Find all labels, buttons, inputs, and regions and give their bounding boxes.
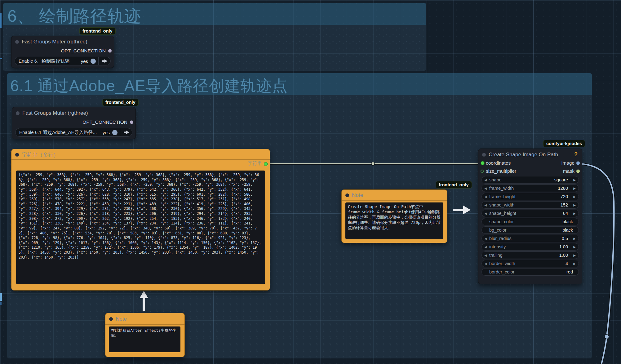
decrement-arrow-icon[interactable]: ◀ xyxy=(482,178,489,182)
string-text-area[interactable]: [{"x": -259, "y": 368}, {"x": -259, "y":… xyxy=(16,171,265,284)
increment-arrow-icon[interactable]: ▶ xyxy=(570,195,579,198)
widget-frame-width[interactable]: ◀ frame_width 1280 ▶ xyxy=(481,184,579,192)
increment-arrow-icon[interactable]: ▶ xyxy=(570,254,579,257)
node-collapse-dot[interactable] xyxy=(345,193,349,197)
offscreen-node-fragment xyxy=(0,13,2,28)
input-label: size_multiplier xyxy=(486,168,516,174)
node-note-create-shape[interactable]: Note Create Shape Image On Path节点中 frame… xyxy=(341,189,447,243)
toggle-knob[interactable] xyxy=(112,130,118,135)
node-title: Note xyxy=(352,192,363,198)
wire-reroute-dot[interactable] xyxy=(605,335,609,339)
note-text-area[interactable]: 在此处粘贴After Effects生成的坐标。 xyxy=(109,326,180,352)
node-collapse-dot[interactable] xyxy=(109,317,113,321)
badge-frontend-only: frontend_only xyxy=(436,181,472,189)
node-title: Fast Groups Muter (rgthree) xyxy=(22,110,88,116)
output-row: OPT_CONNECTION xyxy=(12,118,135,126)
group-title: 6、 绘制路径轨迹 xyxy=(7,5,141,28)
output-label: image xyxy=(561,160,574,166)
output-label: OPT_CONNECTION xyxy=(61,48,106,53)
node-create-shape-image-on-path[interactable]: Create Shape Image On Path ? coordinates… xyxy=(478,149,582,284)
widget-label: Enable 6、绘制路径轨迹 xyxy=(15,58,69,64)
increment-arrow-icon[interactable]: ▶ xyxy=(570,237,579,240)
decrement-arrow-icon[interactable]: ◀ xyxy=(482,203,489,207)
widget-value: yes xyxy=(81,59,91,64)
output-label: mask xyxy=(563,168,574,174)
node-collapse-dot[interactable] xyxy=(482,153,486,157)
offscreen-node-fragment xyxy=(0,293,2,301)
decrement-arrow-icon[interactable]: ◀ xyxy=(482,212,489,215)
group-title: 6.1 通过Adobe_AE导入路径创建轨迹点 xyxy=(10,76,288,96)
toggle-knob[interactable] xyxy=(91,59,96,64)
help-icon[interactable]: ? xyxy=(574,151,578,158)
enable-group-widget[interactable]: Enable 6、绘制路径轨迹 yes xyxy=(15,57,111,65)
widget-border-width[interactable]: ◀ border_width 4 ▶ xyxy=(481,260,579,267)
output-row: OPT_CONNECTION xyxy=(11,47,114,55)
node-fast-groups-muter-1[interactable]: Fast Groups Muter (rgthree) OPT_CONNECTI… xyxy=(11,36,114,68)
comfyui-canvas[interactable]: 6、 绘制路径轨迹 6.1 通过Adobe_AE导入路径创建轨迹点 fronte… xyxy=(0,0,621,364)
node-title: Fast Groups Muter (rgthree) xyxy=(22,39,87,45)
enable-group-widget[interactable]: Enable 6.1 通过Adobe_AE导入路径... yes xyxy=(15,128,132,137)
right-arrow-icon xyxy=(123,130,129,135)
offscreen-node-fragment xyxy=(0,302,2,305)
widget-frame-height[interactable]: ◀ frame_height 720 ▶ xyxy=(481,193,579,200)
node-note-paste-coords[interactable]: Note 在此处粘贴After Effects生成的坐标。 xyxy=(105,313,185,357)
goto-group-button[interactable] xyxy=(99,59,110,63)
decrement-arrow-icon[interactable]: ◀ xyxy=(482,245,489,249)
widget-bg-color[interactable]: bg_color black xyxy=(481,226,579,234)
increment-arrow-icon[interactable]: ▶ xyxy=(570,187,579,190)
output-port-mask[interactable] xyxy=(576,170,580,173)
input-port-coordinates[interactable] xyxy=(481,161,485,165)
widget-blur-radius[interactable]: ◀ blur_radius 0.5 ▶ xyxy=(481,235,579,242)
output-port[interactable] xyxy=(108,49,112,53)
decrement-arrow-icon[interactable]: ◀ xyxy=(482,254,489,257)
widget-shape-height[interactable]: ◀ shape_height 64 ▶ xyxy=(481,210,579,217)
io-row: size_multiplier mask xyxy=(478,167,582,175)
badge-frontend-only: frontend_only xyxy=(102,99,139,106)
node-collapse-dot[interactable] xyxy=(15,40,19,44)
string-output-port[interactable] xyxy=(264,162,268,166)
node-fast-groups-muter-2[interactable]: Fast Groups Muter (rgthree) OPT_CONNECTI… xyxy=(12,107,136,139)
decrement-arrow-icon[interactable]: ◀ xyxy=(482,187,489,190)
widget-trailing[interactable]: ◀ trailing 1.00 ▶ xyxy=(481,251,579,259)
widget-border-color[interactable]: border_color red xyxy=(481,268,579,276)
input-label: coordinates xyxy=(486,160,511,166)
decrement-arrow-icon[interactable]: ◀ xyxy=(482,195,489,198)
output-label: OPT_CONNECTION xyxy=(82,119,127,125)
increment-arrow-icon[interactable]: ▶ xyxy=(570,245,579,249)
increment-arrow-icon[interactable]: ▶ xyxy=(570,178,579,182)
node-title: Note xyxy=(116,316,127,322)
string-output-label: 字符串 xyxy=(248,161,262,166)
badge-comfyui-kjnodes: comfyui-kjnodes xyxy=(543,140,585,147)
node-collapse-dot[interactable] xyxy=(16,111,20,115)
note-text-area[interactable]: Create Shape Image On Path节点中 frame_widt… xyxy=(345,202,443,239)
widget-label: Enable 6.1 通过Adobe_AE导入路径... xyxy=(16,130,97,135)
node-string-multiline[interactable]: 字符串（多行） 字符串 [{"x": -259, "y": 368}, {"x"… xyxy=(11,149,270,291)
node-collapse-dot[interactable] xyxy=(15,153,19,157)
input-port-size-multiplier[interactable] xyxy=(481,170,484,173)
widget-shape[interactable]: ◀ shape square ▶ xyxy=(481,176,579,184)
badge-frontend-only: frontend_only xyxy=(79,27,116,35)
decrement-arrow-icon[interactable]: ◀ xyxy=(482,262,489,265)
io-row: coordinates image xyxy=(478,159,582,167)
widget-intensity[interactable]: ◀ intensity 1.00 ▶ xyxy=(481,243,579,251)
widget-shape-color[interactable]: shape_color black xyxy=(481,218,579,225)
decrement-arrow-icon[interactable]: ◀ xyxy=(482,237,489,240)
increment-arrow-icon[interactable]: ▶ xyxy=(570,212,579,215)
node-title: Create Shape Image On Path xyxy=(489,152,558,158)
goto-group-button[interactable] xyxy=(120,130,132,135)
node-title: 字符串（多行） xyxy=(22,151,59,158)
offscreen-node-fragment xyxy=(0,58,2,59)
increment-arrow-icon[interactable]: ▶ xyxy=(570,262,579,265)
right-arrow-icon xyxy=(102,59,108,63)
widget-shape-width[interactable]: ◀ shape_width 152 ▶ xyxy=(481,201,579,209)
output-port[interactable] xyxy=(130,121,133,124)
increment-arrow-icon[interactable]: ▶ xyxy=(570,203,579,207)
widget-value: yes xyxy=(103,130,112,135)
output-port-image[interactable] xyxy=(576,162,580,165)
